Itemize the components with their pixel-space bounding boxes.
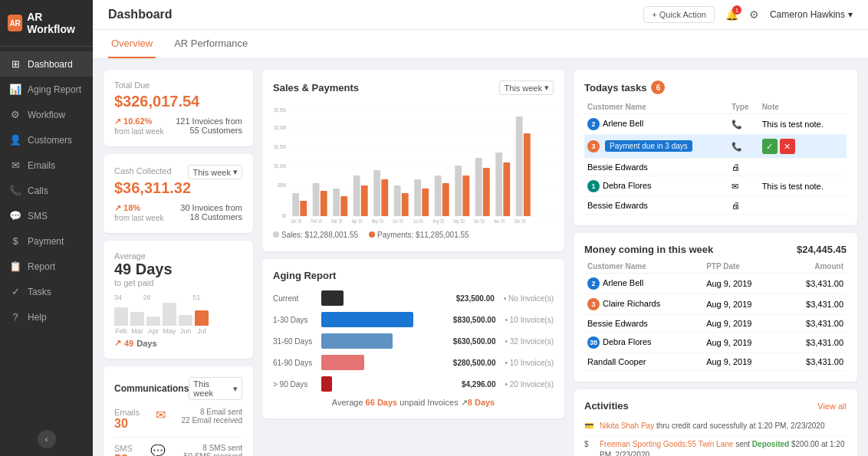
cash-period-select[interactable]: This week ▾ — [188, 165, 242, 179]
avg-days-row: ↗ 49 Days — [114, 338, 242, 348]
sidebar-item-dashboard[interactable]: ⊞ Dashboard — [0, 51, 93, 77]
comm-period-select[interactable]: This week ▾ — [189, 377, 242, 400]
quick-action-button[interactable]: + Quick Action — [643, 6, 715, 23]
aging-footer: Average 66 Days unpaid Invoices ↗8 Days — [273, 398, 554, 408]
chevron-down-icon: ▾ — [848, 9, 853, 20]
reject-button[interactable]: ✕ — [780, 139, 795, 154]
svg-text:Oct '20: Oct '20 — [474, 218, 485, 224]
svg-rect-32 — [495, 153, 502, 216]
customer-badge: 2 — [587, 118, 600, 130]
customer-badge: 1 — [587, 180, 600, 192]
aging-row-61-90: 61-90 Days $280,500.00 • 10 Invoice(s) — [273, 355, 554, 370]
table-row: Bessie Edwards 🖨 — [584, 159, 847, 176]
svg-rect-31 — [483, 168, 490, 216]
payment-tooltip: Payment due in 3 days — [605, 140, 692, 152]
confirm-button[interactable]: ✓ — [762, 139, 778, 154]
app-name: AR Workflow — [27, 11, 85, 35]
tabs: Overview AR Performance — [93, 30, 868, 59]
tasks-table: Customer Name Type Note 2Arlene Bell 📞 T… — [584, 100, 847, 215]
sidebar-item-tasks[interactable]: ✓ Tasks — [0, 279, 93, 304]
sidebar-item-payment[interactable]: $ Payment — [0, 228, 93, 254]
tasks-icon: ✓ — [9, 286, 21, 297]
sidebar-item-customers[interactable]: 👤 Customers — [0, 127, 93, 153]
money-header: Money coming in this week $24,445.45 — [584, 244, 847, 255]
svg-text:May '20: May '20 — [372, 218, 384, 224]
svg-rect-23 — [402, 193, 409, 216]
settings-icon[interactable]: ⚙ — [749, 8, 759, 21]
cash-label: Cash Collected — [114, 166, 172, 176]
mail-icon: 🖨 — [732, 201, 740, 210]
aging-row-current: Current $23,500.00 • No Invoice(s) — [273, 290, 554, 306]
payment-icon: $ — [9, 235, 21, 247]
communications-card: Communications This week ▾ Emails 30 ✉ 8… — [104, 366, 253, 456]
tasks-header: Todays tasks 6 — [584, 80, 847, 94]
sidebar-collapse: ‹ — [0, 422, 93, 456]
sales-period-select[interactable]: This week ▾ — [499, 80, 554, 95]
customers-icon: 👤 — [9, 134, 21, 146]
avg-days: 49 Days — [114, 261, 242, 278]
collapse-button[interactable]: ‹ — [38, 430, 56, 448]
sidebar-item-label: Dashboard — [28, 59, 73, 70]
username: Cameron Hawkins — [770, 9, 845, 20]
view-all-link[interactable]: View all — [817, 402, 847, 411]
activity-item: 💳 Nikita Shah Pay thru credit card suces… — [584, 418, 847, 436]
tab-overview[interactable]: Overview — [108, 30, 156, 58]
user-menu[interactable]: Cameron Hawkins ▾ — [770, 9, 853, 20]
sidebar: AR AR Workflow ⊞ Dashboard 📊 Aging Repor… — [0, 0, 93, 456]
avg-sub: to get paid — [114, 278, 242, 287]
col-type: Type — [728, 100, 759, 114]
sidebar-item-calls[interactable]: 📞 Calls — [0, 178, 93, 203]
svg-text:$0: $0 — [282, 212, 287, 218]
total-due-card: Total Due $326,017.54 ↗ 10.62% from last… — [104, 70, 253, 146]
cash-invoices: 30 Invoices from 18 Customers — [180, 203, 242, 221]
col-ptp: PTP Date — [703, 260, 781, 274]
customer-badge: 3 — [587, 298, 600, 310]
svg-text:Jan '20: Jan '20 — [291, 218, 302, 224]
table-row: 2Arlene Bell 📞 This is test note. — [584, 114, 847, 135]
table-row: 1Debra Flores ✉ This is test note. — [584, 176, 847, 197]
customer-badge: 2 — [587, 277, 600, 290]
sidebar-item-emails[interactable]: ✉ Emails — [0, 153, 93, 178]
sidebar-item-aging-report[interactable]: 📊 Aging Report — [0, 77, 93, 102]
sales-header: Sales & Payments This week ▾ — [273, 80, 554, 95]
page-title: Dashboard — [108, 8, 173, 21]
col-customer-name: Customer Name — [584, 100, 728, 114]
sidebar-item-help[interactable]: ? Help — [0, 304, 93, 330]
svg-text:Apr '20: Apr '20 — [352, 218, 363, 224]
bar-feb: Feb — [114, 307, 128, 335]
table-row: 2Arlene Bell Aug 9, 2019 $3,431.00 — [584, 274, 847, 294]
content-area: Total Due $326,017.54 ↗ 10.62% from last… — [93, 59, 868, 456]
table-row: Randall Cooper Aug 9, 2019 $3,431.00 — [584, 353, 847, 371]
svg-text:Sep '20: Sep '20 — [453, 218, 465, 224]
sidebar-item-workflow[interactable]: ⚙ Workflow — [0, 102, 93, 127]
avg-label: Average — [114, 251, 242, 261]
workflow-icon: ⚙ — [9, 109, 21, 120]
avg-chart: Feb Mar Apr May — [114, 304, 242, 335]
svg-rect-28 — [455, 166, 462, 216]
chevron-down-icon: ▾ — [233, 384, 238, 394]
aging-title: Aging Report — [273, 270, 554, 281]
mail-icon: 🖨 — [732, 162, 740, 172]
bar-mar: Mar — [130, 312, 144, 335]
sms-icon: 💬 — [9, 210, 21, 221]
sidebar-item-label: SMS — [28, 211, 48, 221]
total-due-change: ↗ 10.62% from last week — [114, 116, 163, 136]
svg-rect-20 — [373, 170, 380, 216]
customer-badge: 3 — [587, 140, 600, 153]
sidebar-item-report[interactable]: 📋 Report — [0, 254, 93, 279]
svg-rect-35 — [524, 133, 531, 216]
svg-rect-16 — [333, 189, 340, 216]
todays-tasks-card: Todays tasks 6 Customer Name Type Note 2… — [574, 70, 857, 225]
money-table: Customer Name PTP Date Amount 2Arlene Be… — [584, 260, 847, 371]
sidebar-item-sms[interactable]: 💬 SMS — [0, 203, 93, 228]
svg-rect-29 — [462, 176, 469, 216]
notification-icon[interactable]: 🔔 1 — [725, 8, 738, 21]
money-total: $24,445.45 — [797, 244, 847, 255]
tab-ar-performance[interactable]: AR Performance — [171, 30, 251, 58]
sidebar-item-label: Report — [28, 261, 55, 272]
svg-text:Jul '20: Jul '20 — [413, 218, 423, 224]
chevron-down-icon: ▾ — [544, 83, 549, 93]
dollar-icon: $ — [584, 440, 595, 451]
activities-header: Activities View all — [584, 400, 847, 412]
chart-legend: Sales: $12,288,001.55 Payments: $11,285,… — [273, 231, 554, 239]
